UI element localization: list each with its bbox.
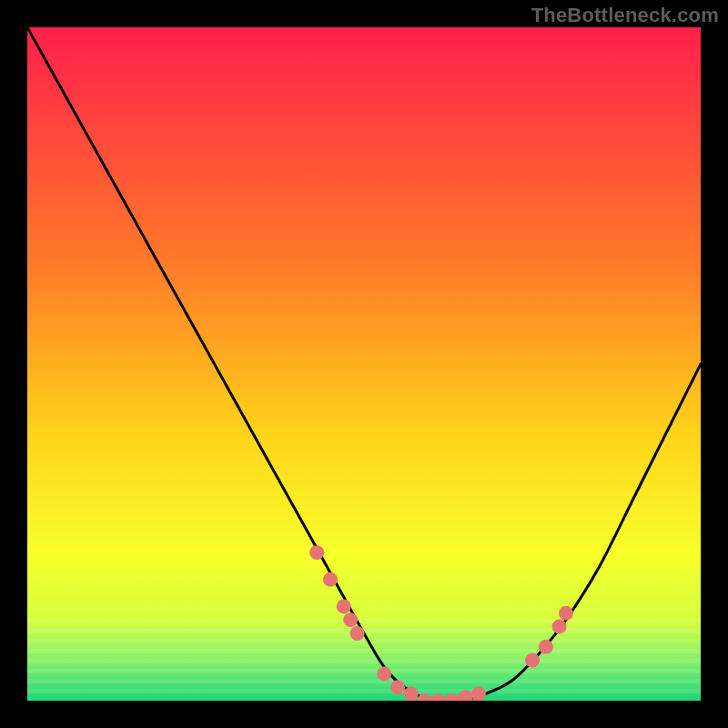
watermark-label: TheBottleneck.com xyxy=(531,4,719,27)
chart-svg xyxy=(27,27,701,701)
highlight-dot xyxy=(323,572,338,587)
highlight-dot xyxy=(539,640,553,654)
highlight-dot xyxy=(390,680,405,694)
highlight-dot xyxy=(525,653,540,668)
highlight-dot xyxy=(337,599,351,613)
highlight-dot xyxy=(552,620,567,634)
highlight-dot xyxy=(471,687,486,701)
svg-rect-3 xyxy=(27,649,701,653)
highlight-dot xyxy=(343,612,358,627)
svg-rect-7 xyxy=(27,689,701,693)
highlight-dot xyxy=(309,545,324,560)
highlight-dot xyxy=(350,626,365,641)
svg-rect-5 xyxy=(27,669,701,673)
highlight-dot xyxy=(377,666,391,681)
chart-background xyxy=(27,27,701,701)
chart-plot-area xyxy=(27,27,701,701)
svg-rect-6 xyxy=(27,679,701,683)
highlight-dot xyxy=(559,606,573,621)
highlight-dot xyxy=(404,687,419,701)
svg-rect-0 xyxy=(27,619,701,623)
svg-rect-4 xyxy=(27,659,701,663)
chart-frame: TheBottleneck.com xyxy=(0,0,728,728)
svg-rect-2 xyxy=(27,639,701,643)
